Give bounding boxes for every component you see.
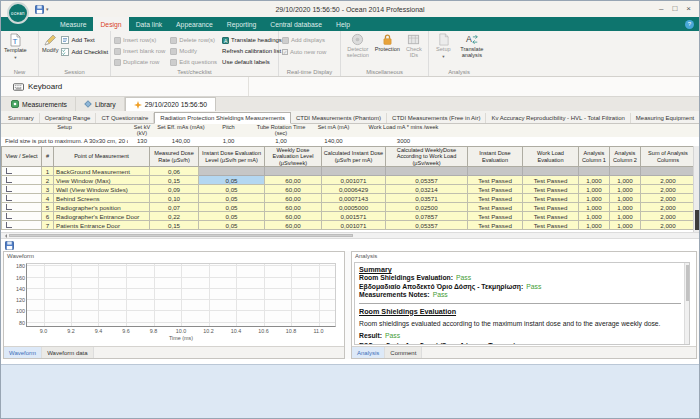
data-cell[interactable]: 0,06 [150, 167, 199, 176]
button-translate-headings[interactable]: ATranslate headings [222, 35, 282, 45]
ribbon-tab-appearance[interactable]: Appearance [169, 17, 220, 31]
ribbon-tab-help[interactable]: Help [329, 17, 357, 31]
data-cell[interactable] [199, 167, 265, 176]
ribbon-tab-data-link[interactable]: Data link [129, 17, 169, 31]
view-select-icon[interactable] [6, 168, 12, 174]
data-cell[interactable]: 1,000 [579, 212, 610, 221]
translate-analysis-button[interactable]: A Translate analysis [458, 33, 486, 67]
data-cell[interactable]: 0,09 [150, 185, 199, 194]
view-select-icon[interactable] [6, 213, 12, 219]
horizontal-scrollbar-thumb[interactable] [9, 234, 353, 237]
data-cell[interactable]: Test Passed [523, 176, 579, 185]
view-select-icon[interactable] [6, 186, 12, 192]
view-select-cell[interactable] [2, 176, 42, 185]
subtab-ct-questionnaire[interactable]: CT Questionnaire [96, 113, 154, 123]
view-select-cell[interactable] [2, 203, 42, 212]
view-select-icon[interactable] [6, 177, 12, 183]
data-cell[interactable]: 60,00 [265, 212, 322, 221]
data-cell[interactable]: 1,000 [610, 203, 641, 212]
data-cell[interactable]: 0,05 [199, 221, 265, 230]
data-cell[interactable]: 0,0007143 [322, 194, 386, 203]
data-cell[interactable]: Test Passed [468, 194, 523, 203]
ribbon-tab-central-database[interactable]: Central database [263, 17, 329, 31]
data-cell[interactable]: 0,03214 [386, 185, 468, 194]
point-of-measurement-cell[interactable]: Behind Screens [54, 194, 150, 203]
data-cell[interactable]: 0,07 [150, 203, 199, 212]
data-cell[interactable]: 2,000 [641, 221, 696, 230]
add-checklist-button[interactable]: Add Checklist [61, 47, 108, 57]
view-select-cell[interactable] [2, 194, 42, 203]
data-cell[interactable]: 0,15 [150, 221, 199, 230]
data-cell[interactable]: 0,10 [150, 194, 199, 203]
ribbon-tab-design[interactable]: Design [93, 17, 128, 31]
data-cell[interactable]: 1,000 [579, 176, 610, 185]
view-select-cell[interactable] [2, 167, 42, 176]
tab-waveform-data[interactable]: Waveform data [42, 347, 93, 358]
data-cell[interactable]: 0,05 [199, 185, 265, 194]
data-cell[interactable]: 1,000 [610, 176, 641, 185]
data-cell[interactable]: 0,001571 [322, 212, 386, 221]
subtab-measuring-equipment[interactable]: Measuring Equipment [631, 113, 700, 123]
tab-analysis[interactable]: Analysis [352, 347, 385, 358]
table-vertical-scrollbar[interactable] [693, 146, 699, 232]
data-cell[interactable]: 2,000 [641, 212, 696, 221]
data-cell[interactable]: 0,22 [150, 212, 199, 221]
data-cell[interactable]: 0,001071 [322, 176, 386, 185]
data-cell[interactable] [610, 167, 641, 176]
subtab-radiation-protection-shieldings-measurements[interactable]: Radiation Protection Shieldings Measurem… [154, 112, 291, 124]
button-use-default-labels[interactable]: Use default labels [222, 57, 282, 67]
data-cell[interactable]: 60,00 [265, 194, 322, 203]
data-cell[interactable]: 2,000 [641, 176, 696, 185]
data-cell[interactable]: 0,05 [199, 212, 265, 221]
data-cell[interactable]: Test Passed [523, 212, 579, 221]
save-result-icon[interactable] [5, 241, 14, 250]
point-of-measurement-cell[interactable]: Patients Entrance Door [54, 221, 150, 230]
data-cell[interactable]: 0,03571 [386, 194, 468, 203]
tab-comment[interactable]: Comment [385, 347, 422, 358]
tab-library[interactable]: Library [76, 97, 125, 111]
point-of-measurement-cell[interactable]: View Window (Max) [54, 176, 150, 185]
data-cell[interactable]: 1,000 [579, 185, 610, 194]
button-refresh-calibration-list[interactable]: Refresh calibration list [222, 46, 282, 56]
data-cell[interactable]: Test Passed [523, 194, 579, 203]
maximize-button[interactable]: □ [672, 5, 677, 13]
ribbon-tab-reporting[interactable]: Reporting [220, 17, 263, 31]
subtab-ctdi-measurements-free-in-air[interactable]: CTDI Measurements (Free in Air) [387, 113, 486, 123]
data-cell[interactable]: 60,00 [265, 203, 322, 212]
view-select-cell[interactable] [2, 212, 42, 221]
data-cell[interactable]: 0,0006429 [322, 185, 386, 194]
data-cell[interactable]: Test Passed [468, 176, 523, 185]
tab-measurements[interactable]: Measurements [3, 97, 76, 111]
subtab-operating-range[interactable]: Operating Range [40, 113, 97, 123]
subtab-summary[interactable]: Summary [3, 113, 40, 123]
horizontal-scrollbar[interactable] [1, 232, 699, 239]
scroll-left-arrow-icon[interactable] [1, 233, 9, 238]
view-select-icon[interactable] [6, 195, 12, 201]
close-button[interactable]: × [686, 5, 691, 13]
data-cell[interactable]: 0,05357 [386, 221, 468, 230]
data-cell[interactable]: 60,00 [265, 185, 322, 194]
modify-button[interactable]: Modify [42, 33, 58, 67]
data-cell[interactable] [386, 167, 468, 176]
data-cell[interactable]: 0,05357 [386, 176, 468, 185]
ribbon-tab-measure[interactable]: Measure [53, 17, 93, 31]
data-cell[interactable]: 2,000 [641, 185, 696, 194]
data-cell[interactable] [468, 167, 523, 176]
data-cell[interactable]: 60,00 [265, 221, 322, 230]
data-cell[interactable]: 60,00 [265, 176, 322, 185]
subtab-kv-accuracy-reproducibility-hvl-total-filtration[interactable]: Kv Accuracy Reproducibility - HVL - Tota… [486, 113, 630, 123]
template-button[interactable]: T Template ▾ [4, 33, 27, 67]
data-cell[interactable]: Test Passed [468, 203, 523, 212]
data-cell[interactable]: 1,000 [610, 212, 641, 221]
view-select-icon[interactable] [6, 204, 12, 210]
data-cell[interactable]: Test Passed [523, 203, 579, 212]
data-cell[interactable] [641, 167, 696, 176]
data-cell[interactable]: 0,02500 [386, 203, 468, 212]
data-cell[interactable]: 1,000 [579, 203, 610, 212]
data-cell[interactable]: 1,000 [610, 221, 641, 230]
data-cell[interactable] [579, 167, 610, 176]
data-cell[interactable]: Test Passed [523, 221, 579, 230]
add-text-button[interactable]: Add Text [61, 35, 108, 45]
data-cell[interactable]: 2,000 [641, 203, 696, 212]
analysis-scrollbar-thumb[interactable] [686, 265, 689, 301]
